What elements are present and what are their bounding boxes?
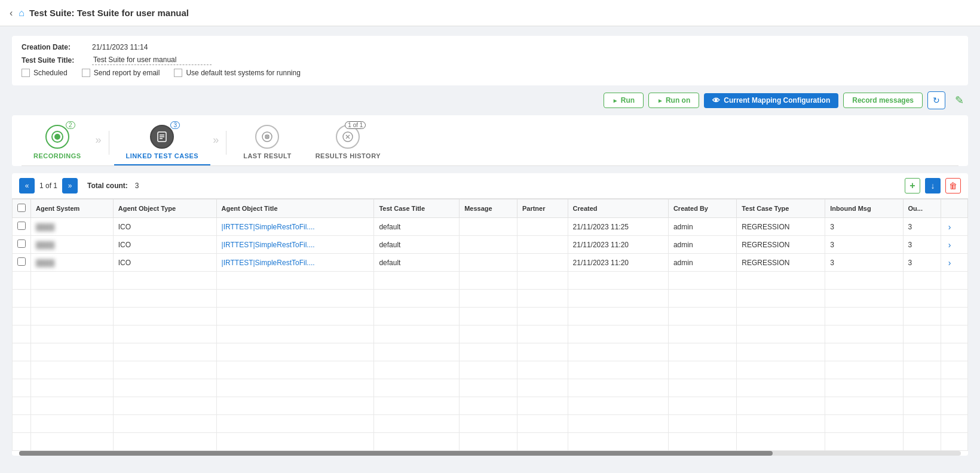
row-nav-button-0[interactable]: ›: [946, 222, 954, 232]
cell-agent-object-title-1: |IRTTEST|SimpleRestToFil....: [216, 236, 374, 254]
th-test-case-title: Test Case Title: [374, 199, 460, 218]
send-report-checkbox[interactable]: Send report by email: [82, 69, 160, 77]
empty-checkbox-0: [13, 272, 31, 290]
empty-nav-6: [941, 379, 967, 397]
empty-partner-7: [517, 397, 568, 415]
empty-outbound-msg-3: [903, 325, 941, 343]
test-suite-title-input[interactable]: [92, 55, 212, 65]
agent-object-title-link-0[interactable]: |IRTTEST|SimpleRestToFil....: [222, 223, 315, 231]
data-table: Agent System Agent Object Type Agent Obj…: [12, 199, 968, 451]
empty-test-case-title-4: [374, 343, 460, 361]
row-nav-button-2[interactable]: ›: [946, 258, 954, 268]
header-checkbox[interactable]: [17, 204, 26, 212]
empty-agent-object-title-7: [216, 397, 374, 415]
empty-partner-5: [517, 361, 568, 379]
refresh-button[interactable]: ↻: [927, 91, 945, 109]
empty-agent-object-title-0: [216, 272, 374, 290]
run-label: Run: [621, 96, 635, 105]
empty-created-by-5: [668, 361, 736, 379]
agent-system-value-2: ████: [36, 259, 54, 266]
tab-results-history-label: RESULTS HISTORY: [316, 152, 381, 159]
scheduled-checkbox-box[interactable]: [22, 69, 30, 77]
empty-message-5: [460, 361, 517, 379]
recordings-badge: 2: [66, 121, 75, 129]
empty-partner-6: [517, 379, 568, 397]
empty-test-case-title-8: [374, 415, 460, 433]
empty-created-by-4: [668, 343, 736, 361]
cell-test-case-title-0: default: [374, 218, 460, 236]
tab-last-result[interactable]: LAST RESULT: [231, 120, 303, 165]
cell-test-case-type-0: REGRESSION: [737, 218, 825, 236]
horizontal-scrollbar[interactable]: [19, 451, 961, 456]
empty-row: [13, 290, 968, 308]
cell-agent-object-type-0: ICO: [113, 218, 216, 236]
row-checkbox-cell: [13, 254, 31, 272]
cell-agent-system-1: ████: [31, 236, 114, 254]
cell-test-case-type-1: REGRESSION: [737, 236, 825, 254]
scrollbar-thumb[interactable]: [19, 451, 773, 456]
row-nav-button-1[interactable]: ›: [946, 240, 954, 250]
empty-agent-object-type-4: [113, 343, 216, 361]
table-row: ████ ICO |IRTTEST|SimpleRestToFil.... de…: [13, 254, 968, 272]
empty-agent-object-type-7: [113, 397, 216, 415]
delete-button[interactable]: 🗑: [945, 178, 961, 194]
tab-linked-test-cases[interactable]: 3 LINKED TEST CASES: [114, 120, 211, 165]
cell-created-1: 21/11/2023 11:20: [568, 236, 668, 254]
run-button[interactable]: ► Run: [604, 93, 644, 108]
send-report-checkbox-box[interactable]: [82, 69, 90, 77]
svg-point-1: [54, 134, 60, 140]
empty-agent-system-7: [31, 397, 114, 415]
first-page-button[interactable]: «: [19, 178, 35, 194]
mapping-label: Current Mapping Configuration: [724, 96, 830, 105]
empty-partner-2: [517, 308, 568, 325]
th-test-case-type: Test Case Type: [737, 199, 825, 218]
cell-agent-object-title-0: |IRTTEST|SimpleRestToFil....: [216, 218, 374, 236]
empty-agent-object-type-1: [113, 290, 216, 308]
empty-outbound-msg-7: [903, 397, 941, 415]
th-agent-object-type: Agent Object Type: [113, 199, 216, 218]
empty-nav-7: [941, 397, 967, 415]
download-button[interactable]: ↓: [925, 178, 941, 194]
empty-created-1: [568, 290, 668, 308]
record-button[interactable]: Record messages: [843, 93, 923, 108]
tab-recordings[interactable]: 2 RECORDINGS: [22, 120, 93, 165]
run-on-button[interactable]: ► Run on: [648, 93, 699, 108]
add-button[interactable]: +: [905, 178, 920, 194]
use-default-checkbox-box[interactable]: [174, 69, 182, 77]
run-on-play-icon: ►: [657, 97, 663, 104]
table-header: Agent System Agent Object Type Agent Obj…: [13, 199, 968, 218]
empty-row: [13, 272, 968, 290]
empty-agent-system-3: [31, 325, 114, 343]
agent-system-value-0: ████: [36, 223, 54, 231]
row-checkbox-1[interactable]: [17, 239, 26, 248]
table-body: ████ ICO |IRTTEST|SimpleRestToFil.... de…: [13, 218, 968, 451]
empty-agent-object-title-8: [216, 415, 374, 433]
tab-history-icon-wrap: 1 of 1: [336, 125, 360, 149]
cell-created-by-0: admin: [668, 218, 736, 236]
creation-date-row: Creation Date: 21/11/2023 11:14: [22, 43, 958, 51]
agent-object-title-link-1[interactable]: |IRTTEST|SimpleRestToFil....: [222, 241, 315, 249]
row-checkbox-2[interactable]: [17, 257, 26, 266]
next-page-button[interactable]: »: [62, 178, 78, 194]
empty-test-case-type-2: [737, 308, 825, 325]
agent-object-title-link-2[interactable]: |IRTTEST|SimpleRestToFil....: [222, 259, 315, 267]
tab-results-history[interactable]: 1 of 1 RESULTS HISTORY: [304, 120, 393, 165]
send-report-label: Send report by email: [94, 69, 160, 77]
empty-created-by-7: [668, 397, 736, 415]
checkbox-row: Scheduled Send report by email Use defau…: [22, 69, 958, 77]
top-bar: ‹ ⌂ Test Suite: Test Suite for user manu…: [0, 0, 980, 26]
empty-inbound-msg-7: [825, 397, 903, 415]
back-button[interactable]: ‹: [10, 8, 13, 19]
edit-icon: ✎: [955, 94, 964, 107]
empty-agent-object-type-2: [113, 308, 216, 325]
empty-created-by-9: [668, 433, 736, 451]
empty-outbound-msg-6: [903, 379, 941, 397]
content-area: Creation Date: 21/11/2023 11:14 Test Sui…: [0, 26, 980, 473]
edit-button[interactable]: ✎: [950, 91, 968, 109]
empty-nav-2: [941, 308, 967, 325]
mapping-button[interactable]: 👁 Current Mapping Configuration: [704, 93, 838, 108]
row-checkbox-0[interactable]: [17, 222, 26, 230]
scheduled-checkbox[interactable]: Scheduled: [22, 69, 68, 77]
home-icon[interactable]: ⌂: [19, 8, 24, 19]
use-default-checkbox[interactable]: Use default test systems for running: [174, 69, 300, 77]
